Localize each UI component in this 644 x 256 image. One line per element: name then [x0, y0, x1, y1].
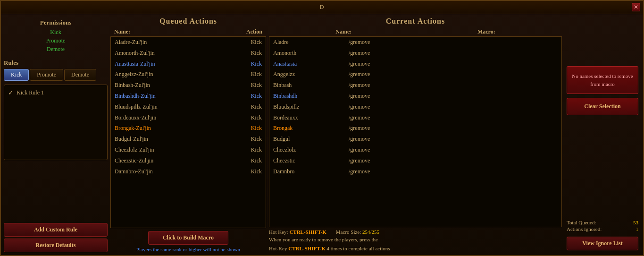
row-name: Damnbro-Zul'jin	[115, 168, 153, 176]
no-names-box: No names selected to remove from macro	[567, 66, 638, 94]
table-row: Binbashdh-Zul'jin Kick	[111, 91, 266, 102]
actions-ignored-label: Actions Ignored:	[567, 226, 602, 232]
row-name: Cheezstic-Zul'jin	[115, 157, 153, 165]
tab-promote[interactable]: Promote	[30, 69, 63, 81]
close-button[interactable]: ✕	[632, 3, 640, 11]
current-col-name: Name:	[335, 28, 351, 35]
view-ignore-list-button[interactable]: View Ignore List	[567, 237, 638, 250]
queued-table-scroll[interactable]: Aladre-Zul'jin Kick Amonorth-Zul'jin Kic…	[111, 37, 266, 212]
tab-kick[interactable]: Kick	[4, 69, 29, 81]
perm-kick-link[interactable]: Kick	[6, 28, 106, 36]
row-action: Kick	[251, 157, 262, 165]
current-name: Brongak	[273, 124, 349, 132]
queued-table-header: Name: Action	[110, 27, 266, 36]
restore-defaults-button[interactable]: Restore Defaults	[4, 239, 108, 252]
main-window: D ✕ Permissions Kick Promote Demote Rule…	[0, 0, 644, 256]
row-name: Brongak-Zul'jin	[115, 124, 151, 132]
row-name: Bluudspillz-Zul'jin	[115, 103, 158, 111]
build-macro-button[interactable]: Click to Build Macro	[148, 231, 228, 245]
current-table-header: Name: Macro:	[269, 27, 562, 36]
current-row: Amonorth /gremove	[269, 48, 561, 59]
current-row: Anggelzz /gremove	[269, 69, 561, 80]
row-action: Kick	[251, 38, 262, 46]
macro-size-text: Macro Size: 254/255	[336, 229, 379, 235]
row-action: Kick	[251, 168, 262, 176]
rules-section: Rules Kick Promote Demote ✓ Kick Rule 1	[4, 59, 108, 160]
current-row: Anasttasia /gremove	[269, 59, 561, 69]
instruction-key: CTRL-SHIFT-K	[288, 246, 325, 251]
current-macro: /gremove	[349, 49, 558, 57]
current-name: Anasttasia	[273, 60, 349, 68]
queued-actions-panel: Queued Actions Name: Action Aladre-Zul'j…	[110, 17, 266, 252]
tab-demote[interactable]: Demote	[64, 69, 96, 81]
middle-bottom: Click to Build Macro Players the same ra…	[110, 231, 266, 252]
current-name: Cheezstic	[273, 157, 349, 165]
current-name: Anggelzz	[273, 70, 349, 78]
title-bar-text: D	[320, 4, 325, 11]
table-row: Binbash-Zul'jin Kick	[111, 80, 266, 91]
rules-tabs: Kick Promote Demote	[4, 69, 108, 81]
rule-item: ✓ Kick Rule 1	[8, 89, 103, 97]
add-custom-rule-button[interactable]: Add Custom Rule	[4, 223, 108, 237]
current-name: Binbash	[273, 81, 349, 89]
row-name: Anasttasia-Zul'jin	[115, 60, 155, 68]
title-bar: D ✕	[1, 1, 643, 14]
row-action: Kick	[251, 70, 262, 78]
table-row: Cheezstic-Zul'jin Kick	[111, 155, 266, 166]
current-macro: /gremove	[349, 135, 558, 143]
rule-check-icon: ✓	[8, 89, 14, 97]
current-macro: /gremove	[349, 70, 558, 78]
current-row: Brongak /gremove	[269, 123, 561, 134]
current-row: Damnbro /gremove	[269, 166, 561, 177]
current-table-scroll[interactable]: Aladre /gremove Amonorth /gremove Anastt…	[269, 37, 561, 212]
rules-list-box: ✓ Kick Rule 1	[4, 85, 108, 160]
current-row: Budgul /gremove	[269, 134, 561, 145]
clear-selection-button[interactable]: Clear Selection	[567, 98, 638, 115]
current-name: Amonorth	[273, 49, 349, 57]
row-name: Budgul-Zul'jin	[115, 135, 148, 143]
current-name: Damnbro	[273, 168, 349, 176]
queued-table-container: Aladre-Zul'jin Kick Amonorth-Zul'jin Kic…	[110, 36, 266, 228]
row-action: Kick	[251, 103, 262, 111]
perm-promote-link[interactable]: Promote	[6, 36, 106, 45]
table-row: Bluudspillz-Zul'jin Kick	[111, 102, 266, 112]
instruction-text: When you are ready to remove the players…	[269, 236, 562, 244]
current-name: Bluudspillz	[273, 103, 349, 111]
current-macro: /gremove	[349, 124, 558, 132]
current-macro: /gremove	[349, 60, 558, 68]
queued-col-name: Name:	[114, 28, 130, 35]
table-row: Brongak-Zul'jin Kick	[111, 123, 266, 134]
table-row: Budgul-Zul'jin Kick	[111, 134, 266, 145]
current-macro: /gremove	[349, 168, 558, 176]
row-action: Kick	[251, 114, 262, 122]
instruction-text-2: Hot-Key CTRL-SHIFT-K 4 times to complete…	[269, 245, 562, 253]
table-row: Bordeauxx-Zul'jin Kick	[111, 112, 266, 123]
current-actions-title: Current Actions	[269, 17, 562, 26]
row-name: Aladre-Zul'jin	[115, 38, 147, 46]
current-row: Bluudspillz /gremove	[269, 102, 561, 112]
permissions-section: Permissions Kick Promote Demote	[4, 17, 108, 55]
queued-actions-title: Queued Actions	[110, 17, 266, 26]
current-row: Binbash /gremove	[269, 80, 561, 91]
left-panel: Permissions Kick Promote Demote Rules Ki…	[4, 17, 108, 252]
current-row: Aladre /gremove	[269, 37, 561, 48]
current-row: Cheezstic /gremove	[269, 155, 561, 166]
current-row: Binbashdh /gremove	[269, 91, 561, 102]
current-actions-panel: Current Actions Name: Macro: Aladre /gre…	[269, 17, 562, 252]
row-name: Binbash-Zul'jin	[115, 81, 150, 89]
row-action: Kick	[251, 81, 262, 89]
current-macro: /gremove	[349, 81, 558, 89]
total-queued-label: Total Queued:	[567, 220, 596, 225]
row-action: Kick	[251, 49, 262, 57]
row-action: Kick	[251, 60, 262, 68]
table-row: Aladre-Zul'jin Kick	[111, 37, 266, 48]
row-name: Anggelzz-Zul'jin	[115, 70, 153, 78]
hotkey-value: CTRL-SHIFT-K	[289, 229, 326, 235]
rules-title: Rules	[4, 59, 108, 67]
row-name: Amonorth-Zul'jin	[115, 49, 155, 57]
table-row: Cheezlolz-Zul'jin Kick	[111, 145, 266, 155]
row-action: Kick	[251, 124, 262, 132]
row-name: Cheezlolz-Zul'jin	[115, 146, 154, 154]
current-macro: /gremove	[349, 157, 558, 165]
perm-demote-link[interactable]: Demote	[6, 45, 106, 53]
